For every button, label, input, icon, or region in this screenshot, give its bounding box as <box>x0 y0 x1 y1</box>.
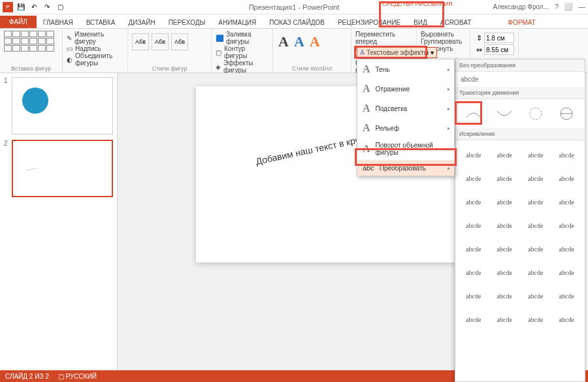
warp-option[interactable]: abcde <box>553 238 581 259</box>
merge-shapes-button[interactable]: ◐Объединить фигуры <box>67 52 123 67</box>
help-icon[interactable]: ? <box>555 3 559 11</box>
titlebar: P 💾 ↶ ↷ ▢ Презентация1 - PowerPoint СРЕД… <box>0 0 588 14</box>
warp-option[interactable]: abcde <box>491 191 519 212</box>
align-button[interactable]: Выровнять <box>421 31 466 38</box>
user-name[interactable]: Александр Фрол... <box>493 3 549 10</box>
ribbon-tabs: ФАЙЛ ГЛАВНАЯ ВСТАВКА ДИЗАЙН ПЕРЕХОДЫ АНИ… <box>0 14 588 29</box>
window-controls: ? ⬜ — <box>555 3 585 11</box>
warp-option[interactable]: abcde <box>521 168 550 189</box>
tab-transitions[interactable]: ПЕРЕХОДЫ <box>162 17 212 28</box>
bevel-icon: A <box>363 122 370 134</box>
warp-option[interactable]: abcde <box>553 309 581 330</box>
minimize-icon[interactable]: — <box>578 3 585 11</box>
no-transform-option[interactable]: abcde <box>455 72 585 87</box>
group-shape-edit: ✎Изменить фигуру ▭Надпись ◐Объединить фи… <box>63 29 128 72</box>
slide-thumb-2[interactable]: ~~~~~ <box>12 140 113 197</box>
section-follow-path: Траектория движения <box>455 87 585 99</box>
language-indicator[interactable]: ▢ РУССКИЙ <box>58 373 97 380</box>
tab-view[interactable]: ВИД <box>407 17 434 28</box>
warp-option[interactable]: abcde <box>491 262 519 283</box>
change-shape-button[interactable]: ✎Изменить фигуру <box>67 31 123 45</box>
tab-review[interactable]: РЕЦЕНЗИРОВАНИЕ <box>331 17 407 28</box>
menu-bevel[interactable]: AРельеф▸ <box>357 118 454 138</box>
tab-file[interactable]: ФАЙЛ <box>0 16 37 28</box>
text-effects-button[interactable]: A Текстовые эффекты ▾ <box>357 47 437 58</box>
warp-option[interactable]: abcde <box>521 215 550 236</box>
menu-shadow[interactable]: AТень▸ <box>357 59 454 79</box>
shape-style-preset[interactable]: Абв <box>132 33 149 50</box>
slide-thumb-1[interactable] <box>12 77 113 135</box>
warp-option[interactable]: abcde <box>521 285 550 306</box>
warp-option[interactable]: abcde <box>459 262 488 283</box>
text-box-button[interactable]: ▭Надпись <box>67 45 123 52</box>
warp-option[interactable]: abcde <box>459 215 488 236</box>
warp-option[interactable]: abcde <box>459 238 488 259</box>
wordart-preset[interactable]: A <box>278 33 289 50</box>
warp-option[interactable]: abcde <box>553 168 581 189</box>
warp-option[interactable]: abcde <box>553 144 581 165</box>
transform-path-button[interactable] <box>553 103 581 124</box>
tab-home[interactable]: ГЛАВНАЯ <box>37 17 80 28</box>
height-input[interactable] <box>484 33 514 43</box>
warp-option[interactable]: abcde <box>459 285 488 306</box>
outline-icon: ▢ <box>216 49 221 56</box>
shapes-gallery[interactable] <box>4 31 58 52</box>
shape-style-preset[interactable]: Абв <box>171 33 188 50</box>
slide-counter[interactable]: СЛАЙД 2 ИЗ 2 <box>5 373 49 380</box>
shape-effects-button[interactable]: ◈Эффекты фигуры <box>216 59 269 74</box>
shape-style-preset[interactable]: Абв <box>152 33 169 50</box>
warp-option[interactable]: abcde <box>521 238 550 259</box>
start-slideshow-icon[interactable]: ▢ <box>55 2 65 12</box>
wordart-preset[interactable]: A <box>310 33 320 50</box>
warp-option[interactable]: abcde <box>459 191 488 212</box>
menu-reflection[interactable]: AОтражение▸ <box>357 79 454 99</box>
warp-option[interactable]: abcde <box>521 191 550 212</box>
warp-option[interactable]: abcde <box>521 309 550 330</box>
warp-option[interactable]: abcde <box>459 309 488 330</box>
warp-option[interactable]: abcde <box>553 285 581 306</box>
warp-option[interactable]: abcde <box>553 215 581 236</box>
shape-outline-button[interactable]: ▢Контур фигуры <box>216 45 269 59</box>
warp-option[interactable]: abcde <box>521 262 550 283</box>
undo-icon[interactable]: ↶ <box>29 2 39 12</box>
warp-option[interactable]: abcde <box>491 309 519 330</box>
wordart-preset[interactable]: A <box>294 33 304 50</box>
path-arch-down-icon <box>495 106 514 121</box>
transform-path-arch-down[interactable] <box>491 103 519 124</box>
window-title: Презентация1 - PowerPoint <box>249 3 340 11</box>
redo-icon[interactable]: ↷ <box>42 2 52 12</box>
thumb-circle-shape <box>22 88 48 114</box>
warp-option[interactable]: abcde <box>491 168 519 189</box>
tab-format[interactable]: ФОРМАТ <box>501 17 542 28</box>
bring-forward-button[interactable]: Переместить вперед <box>355 31 412 45</box>
warp-option[interactable]: abcde <box>491 215 519 236</box>
menu-glow[interactable]: AПодсветка▸ <box>357 99 454 118</box>
tab-slideshow[interactable]: ПОКАЗ СЛАЙДОВ <box>263 17 331 28</box>
warp-option[interactable]: abcde <box>459 168 488 189</box>
ribbon-options-icon[interactable]: ⬜ <box>564 3 573 11</box>
menu-transform[interactable]: abcПреобразовать▸ <box>357 160 454 176</box>
warp-option[interactable]: abcde <box>491 285 519 306</box>
warp-option[interactable]: abcde <box>553 262 581 283</box>
warp-option[interactable]: abcde <box>491 238 519 259</box>
transform-path-arch[interactable] <box>459 103 488 124</box>
tab-acrobat[interactable]: ACROBAT <box>434 17 478 28</box>
text-effects-dropdown: AТень▸ AОтражение▸ AПодсветка▸ AРельеф▸ … <box>357 59 455 176</box>
text-effects-a-icon: A <box>360 49 365 56</box>
thumb-number: 2 <box>4 140 12 197</box>
save-icon[interactable]: 💾 <box>16 2 26 12</box>
width-input[interactable] <box>484 44 514 55</box>
transform-path-circle[interactable] <box>521 103 550 124</box>
tab-design[interactable]: ДИЗАЙН <box>122 17 162 28</box>
tab-animations[interactable]: АНИМАЦИЯ <box>212 17 263 28</box>
menu-3d-rotation[interactable]: AПоворот объемной фигуры▸ <box>357 138 454 160</box>
curved-text-shape[interactable]: Добавим наш текст в круг <box>255 134 364 167</box>
warp-option[interactable]: abcde <box>521 144 550 165</box>
group-button[interactable]: Группировать <box>421 38 466 45</box>
warp-option[interactable]: abcde <box>459 144 488 165</box>
group-shape-styles: Абв Абв Абв Стили фигур <box>128 29 212 72</box>
warp-option[interactable]: abcde <box>491 144 519 165</box>
shape-fill-button[interactable]: 🟦Заливка фигуры <box>216 31 269 45</box>
warp-option[interactable]: abcde <box>553 191 581 212</box>
tab-insert[interactable]: ВСТАВКА <box>80 17 122 28</box>
